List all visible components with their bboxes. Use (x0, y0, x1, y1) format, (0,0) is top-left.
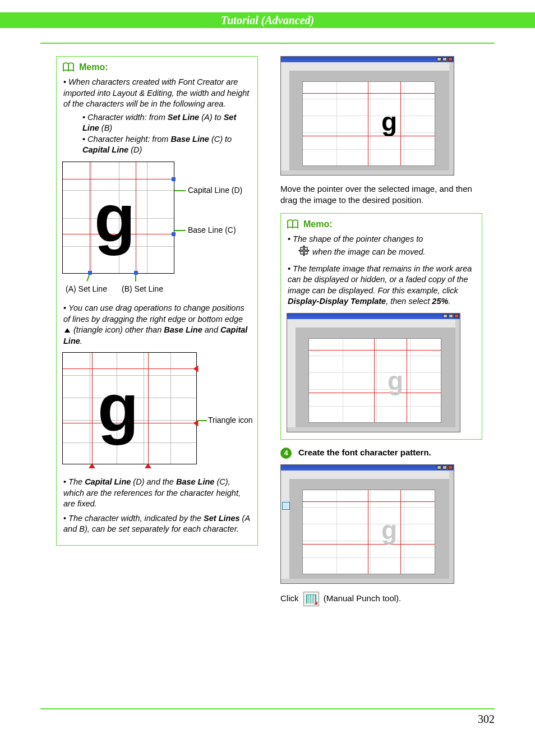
svg-rect-4 (301, 251, 303, 254)
move-cursor-icon (298, 245, 310, 260)
label-set-b: (B) Set Line (122, 284, 163, 294)
right-column: g Move the pointer over the selected ima… (280, 56, 482, 613)
app-screenshot-3: g (280, 464, 454, 584)
header-rule (40, 43, 495, 44)
t: Capital Line (85, 477, 131, 486)
memo-title-right: Memo: (303, 219, 333, 229)
label-base-line: Base Line (C) (188, 225, 236, 236)
t: 25% (432, 297, 448, 306)
memo-r-p2: The template image that remains in the w… (288, 264, 476, 307)
move-pointer-text: Move the pointer over the selected image… (280, 183, 482, 206)
t: Display-Display Template (288, 297, 386, 306)
diagram-grid-1: g (62, 162, 174, 274)
content-area: Memo: When characters created with Font … (56, 56, 482, 613)
memo-para-2: You can use drag operations to change po… (63, 303, 252, 347)
page-footer: 302 (40, 708, 495, 726)
t: Base Line (176, 477, 215, 486)
page-header: Tutorial (Advanced) (0, 12, 535, 28)
t: The shape of the pointer changes to (293, 234, 423, 243)
svg-rect-2 (301, 247, 303, 250)
t: when the image can be moved. (312, 247, 426, 256)
t: Set Lines (204, 514, 239, 523)
t: Set Line (168, 113, 199, 122)
page-header-title: Tutorial (Advanced) (221, 14, 314, 26)
label-capital-line: Capital Line (D) (188, 185, 242, 196)
t: . (80, 336, 82, 345)
memo-sub-width: Character width: from Set Line (A) to Se… (82, 112, 252, 134)
t: The character width, indicated by the (68, 514, 204, 523)
memo-sub-height: Character height: from Base Line (C) to … (82, 134, 252, 156)
svg-rect-3 (305, 247, 307, 250)
t: Base Line (170, 135, 209, 144)
t: (C) to (209, 135, 232, 144)
book-icon (287, 219, 299, 229)
diagram-grid-2: g (62, 352, 197, 464)
t: You can use drag operations to change po… (63, 303, 245, 324)
t: The template image that remains in the w… (288, 264, 472, 295)
app-screenshot-2: g (287, 313, 460, 432)
memo-box-right: Memo: The shape of the pointer changes t… (280, 213, 482, 440)
t: Character width: from (87, 113, 168, 122)
memo-para-4: The character width, indicated by the Se… (63, 513, 252, 535)
memo-r-p1: The shape of the pointer changes to when… (288, 234, 476, 260)
memo-body-right: The shape of the pointer changes to when… (287, 234, 476, 432)
t: Character height: from (87, 135, 170, 144)
memo-p1-text: When characters created with Font Creato… (63, 77, 249, 108)
t: Capital Line (82, 145, 128, 154)
glyph-g-2: g (98, 362, 139, 453)
t: . (448, 297, 450, 306)
memo-box-left: Memo: When characters created with Font … (56, 56, 258, 546)
memo-title: Memo: (79, 62, 108, 72)
book-icon (62, 62, 75, 72)
svg-rect-5 (305, 251, 307, 254)
memo-body-left: When characters created with Font Creato… (62, 77, 252, 535)
left-column: Memo: When characters created with Font … (56, 56, 258, 613)
t: (D) (128, 145, 142, 154)
glyph-g: g (94, 172, 135, 263)
label-triangle-icon: Triangle icon (208, 415, 253, 426)
step-4-text: Create the font character pattern. (298, 448, 431, 457)
step-badge-4: 4 (280, 448, 292, 459)
t: , then select (386, 297, 432, 306)
memo-para-3: The Capital Line (D) and the Base Line (… (63, 477, 252, 510)
label-set-a: (A) Set Line (66, 284, 107, 294)
triangle-marker-right (145, 463, 151, 468)
t: and (202, 325, 220, 334)
t: The (68, 477, 85, 486)
memo-header: Memo: (62, 62, 252, 72)
manual-punch-tool-icon (303, 592, 319, 606)
app-screenshot-1: g (280, 56, 454, 176)
step-4-row: 4 Create the font character pattern. (280, 448, 482, 459)
manual-punch-highlight-icon (282, 502, 290, 510)
t: (Manual Punch tool). (324, 593, 401, 603)
triangle-marker-top (193, 366, 199, 372)
click-instruction: Click (Manual Punch tool). (280, 592, 482, 606)
page-number: 302 (478, 713, 495, 725)
t: (A) to (199, 113, 224, 122)
t: (B) (99, 123, 112, 132)
triangle-marker-left (89, 463, 95, 468)
t: (D) and the (131, 477, 176, 486)
diagram-lines: g Capital Line (D) Base Line (C) (A) Set… (62, 162, 252, 296)
diagram-triangle: g Triangle icon (62, 352, 252, 470)
memo-para-1: When characters created with Font Creato… (63, 77, 252, 156)
t: Click (280, 593, 301, 603)
t: Base Line (164, 325, 202, 334)
triangle-icon-inline (64, 328, 70, 333)
t: (triangle icon) other than (71, 325, 164, 334)
